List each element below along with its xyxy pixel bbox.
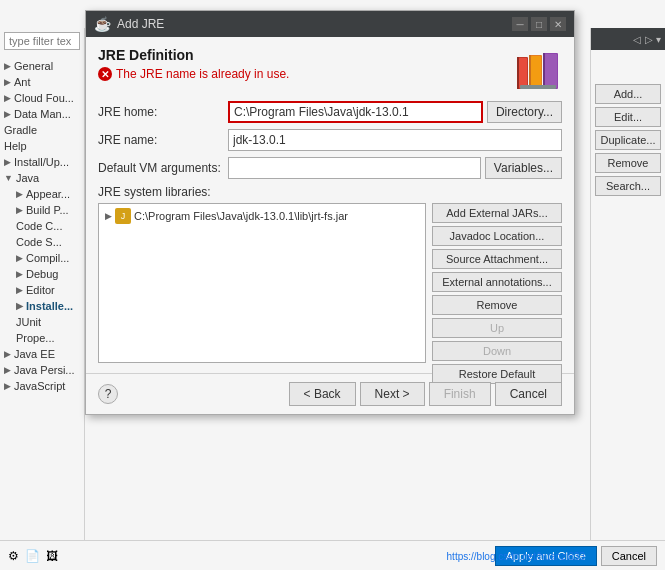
sidebar-label-4: Gradle — [4, 124, 37, 136]
gear-icon: ⚙ — [8, 549, 19, 563]
sidebar-label-9: Build P... — [26, 204, 69, 216]
sidebar-item-11[interactable]: Code S... — [0, 234, 84, 250]
jar-icon: J — [115, 208, 131, 224]
sidebar-item-4[interactable]: Gradle — [0, 122, 84, 138]
sidebar-arrow-icon-13: ▶ — [16, 269, 23, 279]
back-button[interactable]: < Back — [289, 382, 356, 406]
add-external-jars-button[interactable]: Add External JARs... — [432, 203, 562, 223]
svg-rect-2 — [517, 57, 519, 89]
sidebar-item-14[interactable]: ▶Editor — [0, 282, 84, 298]
file-icon: 📄 — [25, 549, 40, 563]
right-fwd-icon[interactable]: ▷ — [645, 34, 653, 45]
right-buttons: Add... Edit... Duplicate... Remove Searc… — [591, 80, 665, 200]
sidebar-label-3: Data Man... — [14, 108, 71, 120]
sidebar-item-2[interactable]: ▶Cloud Fou... — [0, 90, 84, 106]
jre-header: JRE Definition ✕ The JRE name is already… — [98, 47, 562, 95]
sidebar-label-7: Java — [16, 172, 39, 184]
sidebar-item-1[interactable]: ▶Ant — [0, 74, 84, 90]
sidebar-label-0: General — [14, 60, 53, 72]
sidebar-item-17[interactable]: Prope... — [0, 330, 84, 346]
maximize-icon[interactable]: □ — [531, 17, 547, 31]
sidebar-item-7[interactable]: ▼Java — [0, 170, 84, 186]
sidebar-arrow-icon-2: ▶ — [4, 93, 11, 103]
add-jre-dialog: ☕ Add JRE ─ □ ✕ JRE Definition ✕ The JRE… — [85, 10, 575, 415]
error-text: The JRE name is already in use. — [116, 67, 289, 81]
jre-header-left: JRE Definition ✕ The JRE name is already… — [98, 47, 289, 81]
add-button[interactable]: Add... — [595, 84, 661, 104]
sidebar-label-14: Editor — [26, 284, 55, 296]
default-vm-input[interactable] — [228, 157, 481, 179]
footer-right: < Back Next > Finish Cancel — [289, 382, 562, 406]
sidebar-item-6[interactable]: ▶Install/Up... — [0, 154, 84, 170]
finish-button[interactable]: Finish — [429, 382, 491, 406]
sidebar-label-20: JavaScript — [14, 380, 65, 392]
watermark: https://blog.csdn.net/huanzi833 — [447, 551, 585, 562]
external-annotations-button[interactable]: External annotations... — [432, 272, 562, 292]
modal-body: JRE Definition ✕ The JRE name is already… — [86, 37, 574, 373]
variables-button[interactable]: Variables... — [485, 157, 562, 179]
modal-title-controls: ─ □ ✕ — [512, 17, 566, 31]
jre-name-input[interactable] — [228, 129, 562, 151]
sidebar-arrow-icon-14: ▶ — [16, 285, 23, 295]
right-down-icon[interactable]: ▾ — [656, 34, 661, 45]
sidebar-arrow-icon-1: ▶ — [4, 77, 11, 87]
remove-lib-button[interactable]: Remove — [432, 295, 562, 315]
sidebar-label-18: Java EE — [14, 348, 55, 360]
sidebar-item-9[interactable]: ▶Build P... — [0, 202, 84, 218]
sidebar-arrow-icon-20: ▶ — [4, 381, 11, 391]
sidebar-item-13[interactable]: ▶Debug — [0, 266, 84, 282]
duplicate-button[interactable]: Duplicate... — [595, 130, 661, 150]
sidebar-arrow-icon-8: ▶ — [16, 189, 23, 199]
sidebar-item-15[interactable]: ▶Installe... — [0, 298, 84, 314]
sidebar-item-3[interactable]: ▶Data Man... — [0, 106, 84, 122]
cancel-button[interactable]: Cancel — [495, 382, 562, 406]
restore-default-button[interactable]: Restore Default — [432, 364, 562, 384]
jre-name-row: JRE name: — [98, 129, 562, 151]
sidebar-item-20[interactable]: ▶JavaScript — [0, 378, 84, 394]
right-title-controls: ◁ ▷ ▾ — [633, 32, 661, 46]
sidebar-label-2: Cloud Fou... — [14, 92, 74, 104]
sidebar-item-0[interactable]: ▶General — [0, 58, 84, 74]
search-button[interactable]: Search... — [595, 176, 661, 196]
svg-rect-8 — [543, 53, 545, 89]
filter-input[interactable] — [4, 32, 80, 50]
right-title-bar: ◁ ▷ ▾ — [591, 28, 665, 50]
modal-title-bar: ☕ Add JRE ─ □ ✕ — [86, 11, 574, 37]
jre-definition-title: JRE Definition — [98, 47, 289, 63]
sidebar-item-19[interactable]: ▶Java Persi... — [0, 362, 84, 378]
default-vm-row: Default VM arguments: Variables... — [98, 157, 562, 179]
cancel-bottom-button[interactable]: Cancel — [601, 546, 657, 566]
next-button[interactable]: Next > — [360, 382, 425, 406]
close-icon[interactable]: ✕ — [550, 17, 566, 31]
directory-button[interactable]: Directory... — [487, 101, 562, 123]
tree-arrow-icon: ▶ — [105, 211, 112, 221]
javadoc-location-button[interactable]: Javadoc Location... — [432, 226, 562, 246]
remove-button[interactable]: Remove — [595, 153, 661, 173]
sidebar-item-18[interactable]: ▶Java EE — [0, 346, 84, 362]
libs-tree[interactable]: ▶ J C:\Program Files\Java\jdk-13.0.1\lib… — [98, 203, 426, 363]
sidebar-item-10[interactable]: Code C... — [0, 218, 84, 234]
sidebar-item-5[interactable]: Help — [0, 138, 84, 154]
sidebar-label-11: Code S... — [16, 236, 62, 248]
jre-home-row: JRE home: Directory... — [98, 101, 562, 123]
help-button[interactable]: ? — [98, 384, 118, 404]
sidebar-item-16[interactable]: JUnit — [0, 314, 84, 330]
sidebar-item-12[interactable]: ▶Compil... — [0, 250, 84, 266]
sidebar-label-15: Installe... — [26, 300, 73, 312]
source-attachment-button[interactable]: Source Attachment... — [432, 249, 562, 269]
libs-buttons: Add External JARs... Javadoc Location...… — [432, 203, 562, 363]
up-button[interactable]: Up — [432, 318, 562, 338]
edit-button[interactable]: Edit... — [595, 107, 661, 127]
sidebar-items: ▶General▶Ant▶Cloud Fou...▶Data Man...Gra… — [0, 58, 84, 394]
jre-home-input[interactable] — [228, 101, 483, 123]
tree-item[interactable]: ▶ J C:\Program Files\Java\jdk-13.0.1\lib… — [101, 206, 423, 226]
down-button[interactable]: Down — [432, 341, 562, 361]
sidebar-label-12: Compil... — [26, 252, 69, 264]
right-back-icon[interactable]: ◁ — [633, 34, 641, 45]
footer-left: ? — [98, 384, 118, 404]
sidebar-arrow-icon-7: ▼ — [4, 173, 13, 183]
sidebar-item-8[interactable]: ▶Appear... — [0, 186, 84, 202]
sidebar-label-13: Debug — [26, 268, 58, 280]
minimize-icon[interactable]: ─ — [512, 17, 528, 31]
sidebar-label-16: JUnit — [16, 316, 41, 328]
